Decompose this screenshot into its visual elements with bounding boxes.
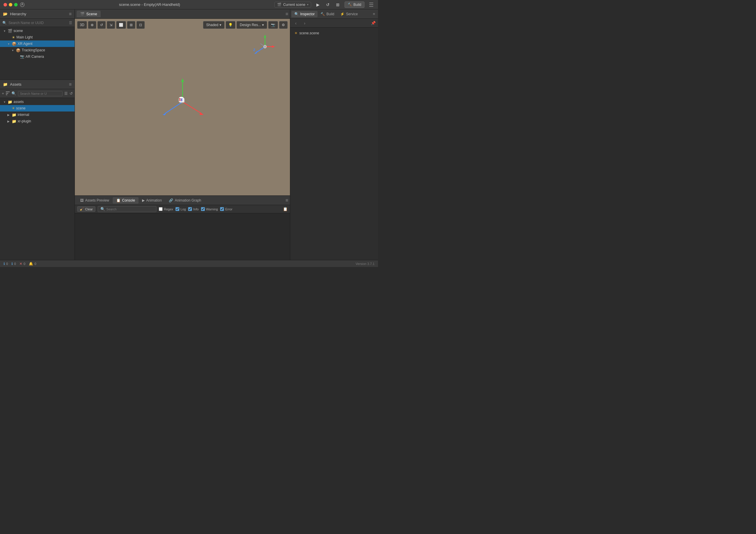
camera-vp-icon: 📷: [271, 23, 275, 27]
tree-label-scene: scene: [14, 29, 23, 33]
shading-arrow: ▾: [220, 23, 221, 27]
tab-animation-graph[interactable]: 🔗 Animation Graph: [165, 197, 204, 203]
tree-expand-scene[interactable]: ▾: [2, 29, 7, 33]
error-checkbox[interactable]: [220, 207, 224, 211]
tree-item-assets-scene[interactable]: ☀ scene: [0, 105, 74, 112]
log-checkbox[interactable]: [176, 207, 179, 211]
refresh-button[interactable]: ↺: [325, 1, 331, 8]
status-info1: ℹ 0: [4, 262, 8, 266]
design-res-dropdown[interactable]: Design Res... ▾: [236, 21, 267, 29]
vp-scale-btn[interactable]: ⇲: [107, 21, 115, 29]
tab-scene[interactable]: 🎬 Scene: [77, 11, 101, 17]
vp-camera-btn[interactable]: 📷: [268, 21, 278, 29]
play-button[interactable]: ▶: [314, 1, 321, 8]
console-copy-btn[interactable]: 📋: [283, 207, 287, 211]
info-checkbox[interactable]: [188, 207, 192, 211]
vp-3d-btn[interactable]: 3D: [77, 21, 87, 29]
assets-search-icon[interactable]: 🔍: [12, 91, 16, 96]
vp-move-btn[interactable]: ⊕: [88, 21, 96, 29]
assets-tree: ▾ 📁 assets ☀ scene ▶ 📁 internal: [0, 98, 74, 260]
tree-expand-xrplugin[interactable]: ▶: [7, 119, 11, 123]
vp-rotate-btn[interactable]: ↺: [97, 21, 106, 29]
move-icon: ⊕: [91, 23, 94, 27]
window-controls[interactable]: [4, 3, 17, 7]
assets-view-btn[interactable]: ☰: [64, 91, 68, 96]
vp-pivot-btn[interactable]: ⊡: [136, 21, 145, 29]
assets-preview-icon: 🖼: [80, 198, 84, 202]
hierarchy-search-input[interactable]: [9, 21, 67, 25]
hierarchy-menu[interactable]: ≡: [69, 12, 71, 17]
titlebar-settings[interactable]: [368, 1, 374, 8]
bottom-tabs-menu[interactable]: ≡: [285, 198, 288, 203]
tab-inspector[interactable]: 🔍 Inspector: [291, 11, 317, 17]
vp-transform-btn[interactable]: ⊞: [127, 21, 135, 29]
console-filter-info[interactable]: Info: [188, 207, 199, 211]
right-panel-menu[interactable]: ≡: [371, 12, 377, 16]
assets-collapse-btn[interactable]: [6, 91, 10, 96]
nav-pin[interactable]: 📌: [371, 21, 376, 25]
tree-item-xrplugin[interactable]: ▶ 📁 xr-plugin: [0, 118, 74, 124]
warning-checkbox[interactable]: [201, 207, 205, 211]
transform-icon: ⊞: [130, 23, 133, 27]
inspector-scene-icon: ☀: [294, 31, 298, 35]
console-toolbar: 🧹 Clear 🔍 Regex Log Info: [75, 205, 290, 213]
build-button[interactable]: 🔨 Build: [344, 1, 364, 8]
tree-expand-internal[interactable]: ▶: [7, 113, 11, 117]
regex-checkbox[interactable]: [159, 207, 163, 211]
tab-console[interactable]: 📋 Console: [113, 197, 139, 203]
console-filter-warning[interactable]: Warning: [201, 207, 218, 211]
vp-light-btn[interactable]: 💡: [226, 21, 235, 29]
nav-back[interactable]: ‹: [293, 20, 299, 26]
console-filter-error[interactable]: Error: [220, 207, 232, 211]
tree-item-xragent[interactable]: ▾ 📦 XR Agent: [0, 40, 74, 47]
status-notify: 🔔 0: [29, 262, 36, 266]
console-search-input[interactable]: [106, 207, 154, 211]
close-button[interactable]: [4, 3, 7, 7]
tree-item-trackingspace[interactable]: ▾ 📦 TrackingSpace: [0, 47, 74, 53]
svg-line-18: [182, 102, 202, 114]
assets-search-input[interactable]: [18, 91, 63, 96]
light-icon-vp: 💡: [228, 23, 233, 27]
status-info1-icon: ℹ: [4, 262, 5, 266]
scene-selector[interactable]: 🎬 Current scene ▾: [274, 2, 311, 8]
tree-item-scene[interactable]: ▾ 🎬 scene: [0, 28, 74, 34]
tree-item-internal[interactable]: ▶ 📁 internal: [0, 112, 74, 118]
tree-expand-arcamera[interactable]: [15, 55, 19, 59]
console-clear-btn[interactable]: 🧹 Clear: [77, 206, 95, 212]
tree-item-mainlight[interactable]: ☀ Main Light: [0, 34, 74, 40]
vp-settings-btn[interactable]: ⚙: [279, 21, 287, 29]
app-icon: [20, 2, 25, 7]
hierarchy-list-icon[interactable]: ☰: [69, 21, 72, 25]
assets-menu[interactable]: ≡: [69, 82, 71, 87]
vp-rect-btn[interactable]: ⬜: [116, 21, 126, 29]
tab-build[interactable]: 🔨 Build: [317, 11, 337, 17]
nav-forward[interactable]: ›: [301, 20, 308, 26]
info-label: Info: [193, 207, 199, 211]
tree-expand-assets-root[interactable]: ▾: [2, 100, 7, 104]
tab-assets-preview[interactable]: 🖼 Assets Preview: [77, 197, 113, 203]
assets-icon: 📁: [3, 82, 8, 87]
assets-toolbar: + 🔍 ☰ ↺: [0, 89, 74, 98]
tree-item-arcamera[interactable]: 📷 AR Camera: [0, 53, 74, 60]
console-filter-log[interactable]: Log: [176, 207, 186, 211]
tab-animation[interactable]: ▶ Animation: [139, 197, 165, 203]
tree-label-xragent: XR Agent: [17, 42, 33, 46]
tab-service[interactable]: ⚡ Service: [337, 11, 361, 17]
main-layout: 📂 Hierarchy ≡ 🔍 ☰ ▾ 🎬 scene ☀: [0, 10, 378, 260]
minimize-button[interactable]: [9, 3, 12, 7]
svg-point-28: [179, 97, 183, 98]
assets-refresh-btn[interactable]: ↺: [69, 91, 73, 96]
maximize-button[interactable]: [14, 3, 17, 7]
scene-viewport[interactable]: 3D ⊕ ↺ ⇲ ⬜ ⊞ ⊡: [75, 19, 290, 196]
scene-tab-menu[interactable]: ≡: [285, 12, 288, 17]
shading-dropdown[interactable]: Shaded ▾: [203, 21, 225, 29]
tree-expand-trackingspace[interactable]: ▾: [11, 48, 15, 52]
status-error: ✕ 0: [19, 262, 25, 266]
tree-expand-assets-scene[interactable]: [7, 106, 11, 110]
tree-item-assets-root[interactable]: ▾ 📁 assets: [0, 98, 74, 105]
tree-expand-mainlight[interactable]: [7, 35, 11, 39]
console-filter-regex[interactable]: Regex: [159, 207, 173, 211]
tree-expand-xragent[interactable]: ▾: [7, 42, 11, 46]
layout-button[interactable]: ⊞: [335, 1, 341, 8]
assets-add-btn[interactable]: +: [2, 91, 4, 96]
